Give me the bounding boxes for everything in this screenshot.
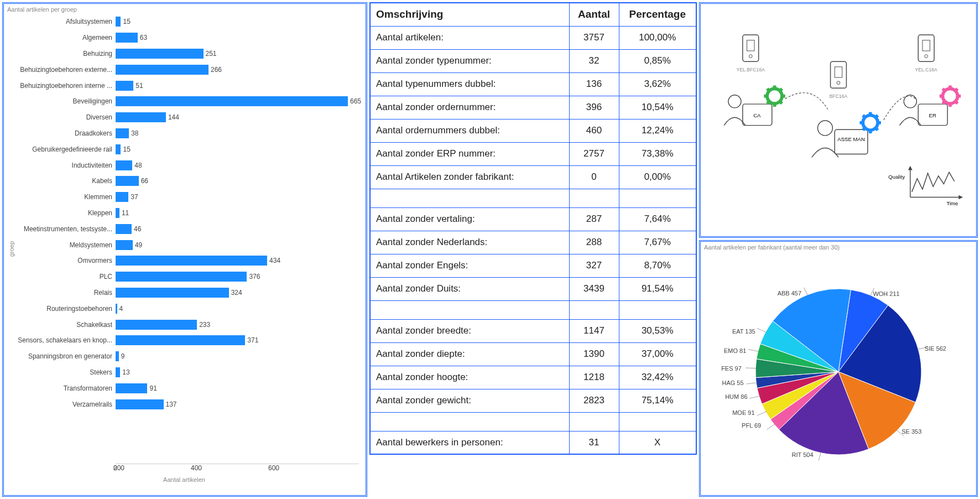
bar-row: Gebruikergedefinieerde rail15 bbox=[116, 141, 361, 157]
bar bbox=[116, 192, 128, 202]
bar-row: Draadkokers38 bbox=[116, 126, 361, 142]
bar-value-label: 51 bbox=[135, 82, 143, 90]
table-blank-cell bbox=[619, 189, 696, 207]
bar-value-label: 66 bbox=[141, 177, 148, 185]
bar-value-label: 371 bbox=[247, 336, 258, 344]
bar-value-label: 434 bbox=[269, 257, 280, 264]
svg-point-8 bbox=[925, 55, 928, 58]
breaker-icon bbox=[743, 35, 759, 61]
bar-category-label: Meetinstrumenten, testsyste... bbox=[7, 225, 112, 233]
table-cell-count: 396 bbox=[569, 96, 619, 119]
pie-slice-label: RIT 504 bbox=[792, 451, 814, 458]
header-pct: Percentage bbox=[619, 3, 696, 26]
table-cell-desc: Aantal zonder ordernummer: bbox=[370, 96, 569, 119]
bar bbox=[116, 65, 208, 75]
bar bbox=[116, 367, 120, 377]
bar bbox=[116, 240, 133, 250]
bar-value-label: 266 bbox=[211, 66, 222, 74]
table-cell-desc: Aantal typenummers dubbel: bbox=[370, 72, 569, 96]
svg-marker-47 bbox=[908, 166, 913, 170]
bar bbox=[116, 81, 133, 91]
bar-category-label: Kabels bbox=[7, 177, 112, 185]
table-cell-pct: 7,64% bbox=[619, 207, 696, 231]
table-cell-pct: 37,00% bbox=[619, 342, 696, 366]
table-cell-count: 3439 bbox=[569, 277, 619, 300]
svg-point-24 bbox=[863, 115, 878, 130]
table-row bbox=[370, 300, 696, 319]
pie-slice-label: PFL 69 bbox=[742, 422, 761, 429]
bar bbox=[116, 17, 121, 27]
table-row: Aantal artikelen:3757100,00% bbox=[370, 26, 696, 49]
pie-leader-line bbox=[757, 412, 767, 416]
table-cell-desc: Aantal zonder hoogte: bbox=[370, 366, 569, 389]
table-blank-cell bbox=[370, 412, 569, 431]
table-blank-cell bbox=[370, 300, 569, 319]
bar-category-label: Schakelkast bbox=[7, 321, 112, 329]
breaker-label: YEL.C16A bbox=[915, 67, 938, 72]
table-header-row: Omschrijving Aantal Percentage bbox=[370, 3, 696, 26]
table-cell-pct: 0,85% bbox=[619, 49, 696, 72]
bar-value-label: 324 bbox=[231, 289, 242, 297]
person-monitor-icon: ER bbox=[900, 95, 948, 126]
table-cell-desc: Aantal zonder Engels: bbox=[370, 254, 569, 277]
bar-value-label: 11 bbox=[122, 209, 129, 217]
pie-slice-label: MOE 91 bbox=[732, 409, 754, 416]
bar bbox=[116, 335, 245, 345]
pie-leader-line bbox=[804, 288, 807, 296]
pie-slice-label: EMO 81 bbox=[724, 347, 746, 354]
svg-text:ASSE MAN: ASSE MAN bbox=[837, 136, 865, 142]
svg-rect-4 bbox=[835, 67, 842, 77]
table-cell-count: 2757 bbox=[569, 142, 619, 165]
bar-row: Inductiviteiten48 bbox=[116, 157, 361, 173]
svg-line-17 bbox=[767, 89, 769, 91]
svg-line-31 bbox=[863, 128, 865, 130]
person-monitor-icon: CA bbox=[724, 95, 772, 126]
table-cell-pct: 73,38% bbox=[619, 142, 696, 165]
bar bbox=[116, 224, 132, 234]
bar bbox=[116, 112, 166, 122]
bar-row: Kleppen11 bbox=[116, 205, 361, 221]
table-cell-desc: Aantal zonder Duits: bbox=[370, 277, 569, 300]
pie-chart-title: Aantal artikelen per fabrikant (aantal m… bbox=[704, 244, 973, 252]
pie-leader-line bbox=[748, 350, 759, 352]
svg-point-12 bbox=[767, 89, 782, 103]
bar-category-label: Behuizingtoebehoren externe... bbox=[7, 66, 112, 74]
header-count: Aantal bbox=[569, 3, 619, 26]
bar-row: Behuizing251 bbox=[116, 46, 361, 62]
bar-category-label: Afsluitsystemen bbox=[7, 18, 112, 25]
pie-leader-line bbox=[747, 383, 758, 384]
bar-row: Beveiligingen665 bbox=[116, 93, 361, 110]
summary-table-panel: Omschrijving Aantal Percentage Aantal ar… bbox=[369, 2, 697, 497]
table-row: Aantal bewerkers in personen:31X bbox=[370, 431, 696, 454]
bar-row: Sensors, schakelaars en knop...371 bbox=[116, 332, 361, 349]
bar-row: Klemmen37 bbox=[116, 189, 361, 205]
svg-point-5 bbox=[837, 81, 840, 85]
bar-category-label: Klemmen bbox=[7, 193, 112, 201]
table-blank-cell bbox=[619, 412, 696, 431]
bar bbox=[116, 160, 132, 170]
svg-rect-7 bbox=[922, 40, 930, 51]
table-row: Aantal zonder Engels:3278,70% bbox=[370, 254, 696, 277]
x-tick: 600 bbox=[268, 464, 346, 472]
x-tick: 200 bbox=[113, 464, 191, 472]
svg-point-33 bbox=[904, 95, 916, 108]
bar-value-label: 15 bbox=[123, 145, 130, 153]
svg-point-9 bbox=[728, 95, 741, 108]
table-row: Aantal zonder breedte:114730,53% bbox=[370, 319, 696, 342]
table-cell-count: 1147 bbox=[569, 319, 619, 342]
person-monitor-icon: ASSE MAN bbox=[812, 121, 868, 157]
bar-value-label: 251 bbox=[206, 50, 217, 58]
table-cell-desc: Aantal zonder ERP nummer: bbox=[370, 142, 569, 165]
bar-row: Omvormers434 bbox=[116, 253, 361, 269]
table-cell-pct: 10,54% bbox=[619, 96, 696, 119]
pie-chart: WOH 211SIE 562SE 353RIT 504PFL 69MOE 91H… bbox=[704, 252, 973, 492]
table-row: Aantal zonder Nederlands:2887,67% bbox=[370, 231, 696, 254]
bar-value-label: 38 bbox=[131, 129, 138, 137]
workflow-illustration: YEL.BFC16A BFC16A YEL.C16A bbox=[705, 8, 972, 232]
bar-row: Behuizingtoebehoren interne ...51 bbox=[116, 77, 361, 93]
table-blank-cell bbox=[569, 300, 619, 319]
table-blank-cell bbox=[569, 412, 619, 431]
table-cell-pct: 7,67% bbox=[619, 231, 696, 254]
bar-category-label: Verzamelrails bbox=[7, 401, 112, 408]
bar-value-label: 665 bbox=[350, 97, 361, 105]
